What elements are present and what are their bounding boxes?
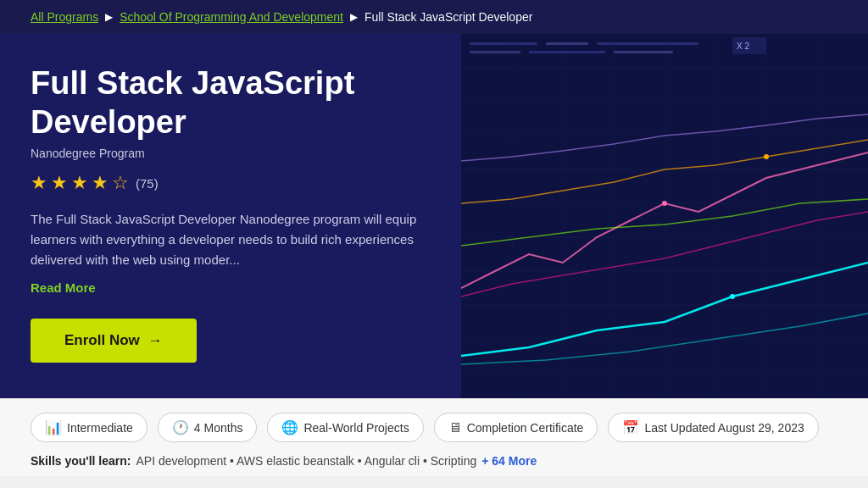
svg-rect-24 bbox=[470, 51, 520, 53]
rating-row: ★ ★ ★ ★ ☆ (75) bbox=[31, 172, 444, 194]
badge-certificate-label: Completion Certificate bbox=[467, 421, 584, 435]
skills-more-link[interactable]: + 64 More bbox=[481, 454, 537, 468]
hero-image: X 2 bbox=[461, 34, 868, 398]
program-subtitle: Nanodegree Program bbox=[31, 147, 444, 160]
star-2: ★ bbox=[51, 172, 68, 194]
breadcrumb-all-programs[interactable]: All Programs bbox=[31, 10, 98, 24]
hero-section: Full Stack JavaScript Developer Nanodegr… bbox=[0, 34, 868, 398]
star-4: ★ bbox=[92, 172, 108, 194]
skills-row: Skills you'll learn: API development • A… bbox=[31, 454, 837, 476]
info-bar: 📊 Intermediate 🕐 4 Months 🌐 Real-World P… bbox=[0, 398, 868, 476]
breadcrumb-separator-1: ▶ bbox=[105, 11, 113, 23]
breadcrumb-separator-2: ▶ bbox=[350, 11, 358, 23]
chart-icon: 📊 bbox=[45, 419, 62, 435]
program-description: The Full Stack JavaScript Developer Nano… bbox=[31, 209, 444, 270]
star-half: ☆ bbox=[112, 172, 129, 194]
svg-point-20 bbox=[764, 154, 769, 159]
projects-icon: 🌐 bbox=[281, 419, 298, 435]
svg-text:X 2: X 2 bbox=[737, 42, 749, 51]
svg-rect-21 bbox=[470, 42, 537, 45]
skills-label: Skills you'll learn: bbox=[31, 454, 131, 468]
svg-point-18 bbox=[662, 201, 667, 206]
skills-items: API development • AWS elastic beanstalk … bbox=[136, 454, 476, 468]
clock-icon: 🕐 bbox=[172, 419, 189, 435]
badges-row: 📊 Intermediate 🕐 4 Months 🌐 Real-World P… bbox=[31, 413, 837, 442]
read-more-link[interactable]: Read More bbox=[31, 280, 96, 295]
star-3: ★ bbox=[71, 172, 88, 194]
badge-months: 🕐 4 Months bbox=[158, 413, 258, 442]
enroll-label: Enroll Now bbox=[64, 332, 140, 349]
badge-intermediate: 📊 Intermediate bbox=[31, 413, 147, 442]
svg-point-19 bbox=[730, 294, 735, 299]
breadcrumb: All Programs ▶ School Of Programming And… bbox=[0, 0, 868, 34]
badge-updated-label: Last Updated August 29, 2023 bbox=[644, 421, 804, 435]
badge-updated: 📅 Last Updated August 29, 2023 bbox=[608, 413, 818, 442]
certificate-icon: 🖥 bbox=[448, 420, 462, 435]
breadcrumb-school[interactable]: School Of Programming And Development bbox=[120, 10, 343, 24]
svg-rect-26 bbox=[614, 51, 673, 53]
hero-content: Full Stack JavaScript Developer Nanodegr… bbox=[0, 34, 475, 398]
svg-rect-22 bbox=[546, 42, 588, 45]
badge-certificate: 🖥 Completion Certificate bbox=[434, 413, 598, 442]
badge-months-label: 4 Months bbox=[194, 421, 243, 435]
enroll-now-button[interactable]: Enroll Now → bbox=[31, 319, 197, 363]
code-visualization: X 2 bbox=[461, 34, 868, 398]
svg-rect-23 bbox=[597, 42, 698, 45]
badge-projects: 🌐 Real-World Projects bbox=[267, 413, 423, 442]
calendar-icon: 📅 bbox=[622, 419, 639, 435]
badge-projects-label: Real-World Projects bbox=[303, 421, 409, 435]
program-title: Full Stack JavaScript Developer bbox=[31, 64, 444, 141]
enroll-arrow-icon: → bbox=[148, 332, 163, 349]
badge-intermediate-label: Intermediate bbox=[67, 421, 133, 435]
rating-count: (75) bbox=[136, 176, 159, 191]
star-1: ★ bbox=[31, 172, 47, 194]
breadcrumb-current: Full Stack JavaScript Developer bbox=[364, 10, 532, 24]
svg-rect-25 bbox=[529, 51, 605, 53]
